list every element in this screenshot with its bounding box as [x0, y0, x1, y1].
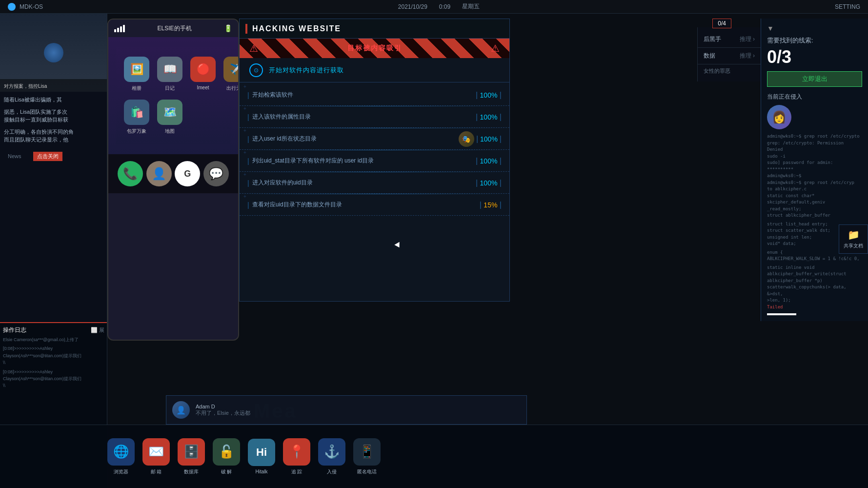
diary-label: 日记 — [165, 85, 175, 92]
topbar: MDK-OS 2021/10/29 0:09 星期五 SETTING SETTI… — [0, 0, 868, 14]
app-imeet[interactable]: 🔴 Imeet — [190, 57, 216, 92]
warning-text: 目标被内容吸引 — [347, 44, 402, 53]
task-3-text: 进入user id所在状态目录 — [252, 135, 317, 143]
hacking-panel: HACKING WEBSITE ⚠ 目标被内容吸引 ⚠ ⊙ 开始对软件内容进行获… — [239, 19, 510, 302]
signal-icon — [114, 25, 125, 32]
email-label: 邮 箱 — [151, 468, 162, 475]
filter-icon: ▼ — [767, 24, 774, 32]
tb-hitalk[interactable]: Hi Hitalk — [248, 439, 275, 474]
hitalk-icon: Hi — [248, 439, 275, 466]
globe-icon — [44, 43, 63, 62]
clue-label: 需要找到的线索: — [767, 36, 862, 45]
taskbar-apps: 🌐 浏览器 ✉️ 邮 箱 🗄️ 数据库 🔓 破 解 Hi Hitalk 📍 追 … — [107, 438, 381, 475]
right-nav-label-2: 数据 — [704, 52, 715, 60]
chat-area: 👤 Adam D 不用了，Elsie，永远都 — [166, 395, 527, 425]
tb-email[interactable]: ✉️ 邮 箱 — [142, 438, 170, 475]
right-nav-arrow-2: 推理 › — [740, 52, 755, 60]
task-6: | 查看对应uid目录下的数据文件目录 | 15% | — [240, 194, 509, 216]
tb-crack[interactable]: 🔓 破 解 — [213, 438, 240, 475]
album-icon: 🖼️ — [124, 57, 149, 82]
clue-status: 当前正在侵入 — [767, 93, 862, 101]
app-diary[interactable]: 📖 日记 — [157, 57, 182, 92]
shopping-label: 包罗万象 — [127, 128, 146, 135]
database-label: 数据库 — [184, 468, 199, 475]
score-value: 0/4 — [718, 20, 726, 27]
intrude-icon: ⚓ — [318, 438, 345, 466]
phone-name: ELSIE的手机 — [157, 24, 191, 33]
phone-statusbar: ELSIE的手机 🔋 — [108, 20, 238, 37]
tb-anon-phone[interactable]: 📱 匿名电话 — [353, 438, 381, 475]
settings-label[interactable]: SETTING — [835, 3, 860, 10]
left-panel: 对方报案，指控Lisa 随着Lisa被爆出骗婚，其 据悉，Lisa团队实施了多次… — [0, 14, 107, 488]
op-log-content: Elsie Cameron(sa***@gmail.co)上传了 [0:08]>… — [3, 336, 104, 389]
map-icon: 🗺️ — [157, 100, 182, 125]
news-label: News — [4, 151, 25, 161]
phone-google[interactable]: G — [175, 161, 200, 186]
clue-panel: ▼ 需要找到的线索: 0/3 立即退出 当前正在侵入 👩 admin@wks0:… — [761, 19, 868, 321]
task-1-text: 开始检索该软件 — [252, 91, 293, 99]
app-map[interactable]: 🗺️ 地图 — [157, 100, 182, 135]
chat-info: Adam D 不用了，Elsie，永远都 — [196, 404, 521, 417]
task-2-text: 进入该软件的属性目录 — [252, 113, 311, 121]
app-shopping[interactable]: 🛍️ 包罗万象 — [124, 100, 149, 135]
op-log-title: 操作日志 — [3, 326, 26, 334]
news-close-button[interactable]: 点击关闭 — [33, 152, 62, 161]
right-nav-item-1[interactable]: 后黑手 推理 › — [698, 31, 761, 48]
task-4: | 列出uid_stat目录下所有软件对应的 user id目录 | 100% … — [240, 150, 509, 172]
tb-browser[interactable]: 🌐 浏览器 — [107, 438, 135, 475]
crack-icon: 🔓 — [213, 438, 240, 466]
expand-icon: ⬜ — [91, 327, 98, 333]
tb-track[interactable]: 📍 追 踪 — [283, 438, 310, 475]
task-4-percent: 100% — [480, 157, 498, 165]
bottom-taskbar: 🌐 浏览器 ✉️ 邮 箱 🗄️ 数据库 🔓 破 解 Hi Hitalk 📍 追 … — [0, 425, 868, 488]
task-6-percent: 15% — [484, 201, 497, 209]
database-icon: 🗄️ — [178, 438, 205, 466]
warning-banner: ⚠ 目标被内容吸引 ⚠ — [240, 39, 509, 58]
task-3-percent: 100% — [480, 135, 498, 143]
clue-exit-button[interactable]: 立即退出 — [767, 71, 862, 87]
hack-titlebar: HACKING WEBSITE — [240, 19, 509, 39]
imeet-label: Imeet — [197, 85, 209, 90]
clue-count: 0/3 — [767, 47, 862, 67]
task-2: | 进入该软件的属性目录 | 100% | — [240, 106, 509, 128]
shopping-icon: 🛍️ — [124, 100, 149, 125]
browser-icon: 🌐 — [107, 438, 135, 466]
shared-files[interactable]: 📁 共享文档 — [839, 224, 868, 254]
score-badge: 0/4 — [712, 19, 731, 28]
app-album[interactable]: 🖼️ 相册 — [124, 57, 149, 92]
chat-avatar: 👤 — [172, 401, 190, 419]
warning-right-icon: ⚠ — [491, 42, 500, 54]
email-icon: ✉️ — [142, 438, 170, 466]
task-1-percent: 100% — [480, 91, 498, 99]
phone-contacts[interactable]: 👤 — [146, 161, 172, 186]
intrude-label: 入侵 — [327, 468, 337, 475]
op-log-header: 操作日志 ⬜ 展 — [3, 326, 104, 334]
right-nav-arrow-1: 推理 › — [740, 35, 755, 43]
tb-intrude[interactable]: ⚓ 入侵 — [318, 438, 345, 475]
expand-button[interactable]: ⬜ 展 — [91, 326, 104, 334]
task-3-avatar: 🎭 — [459, 131, 474, 147]
album-label: 相册 — [132, 85, 141, 92]
imeet-icon: 🔴 — [190, 57, 216, 82]
app-travel[interactable]: ✈️ 出行天下 — [223, 57, 239, 92]
phone-call[interactable]: 📞 — [118, 161, 143, 186]
topbar-center: 2021/10/29 0:09 星期五 — [398, 2, 480, 11]
right-nav-item-2[interactable]: 数据 推理 › — [698, 48, 761, 64]
topbar-right: SETTING SETTING — [835, 3, 860, 10]
battery-icon: 🔋 — [224, 24, 232, 32]
anon-phone-label: 匿名电话 — [357, 468, 377, 475]
chat-name: Adam D — [196, 404, 521, 409]
os-logo — [8, 3, 16, 11]
chat-message: 不用了，Elsie，永远都 — [196, 409, 521, 417]
phone-messages[interactable]: 💬 — [203, 161, 229, 186]
time: 0:09 — [439, 3, 450, 10]
news-image: 对方报案，指控Lisa — [0, 14, 107, 92]
tb-database[interactable]: 🗄️ 数据库 — [178, 438, 205, 475]
title-accent — [245, 24, 247, 34]
hack-tasks: | 开始检索该软件 | 100% | | 进入该软件的属性目录 | 100% | — [240, 82, 509, 218]
track-label: 追 踪 — [291, 468, 303, 475]
hack-progress-header: ⊙ 开始对软件内容进行获取 — [240, 58, 509, 82]
news-header: 对方报案，指控Lisa — [4, 83, 47, 89]
hack-circle-icon: ⊙ — [249, 63, 263, 77]
os-name: MDK-OS — [20, 3, 43, 10]
